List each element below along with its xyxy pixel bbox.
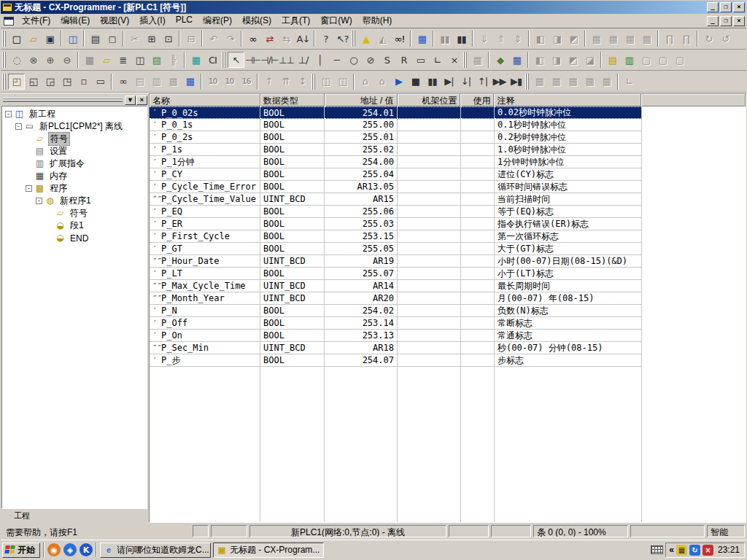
- column-header-4[interactable]: 使用: [460, 94, 494, 106]
- cell-type[interactable]: BOOL: [260, 317, 325, 330]
- table-row[interactable]: ′P_Cycle_Time_ErrorBOOLAR13.05循环时间错误标志: [150, 181, 746, 193]
- new-reset-coil-button[interactable]: R: [395, 52, 412, 68]
- cell-address[interactable]: 255.00: [325, 119, 398, 131]
- new-or-contact-button[interactable]: ⊥⊥: [278, 52, 295, 68]
- column-header-5[interactable]: 注释: [494, 94, 641, 106]
- cell-address[interactable]: AR20: [325, 292, 398, 305]
- cross-reference-report-button[interactable]: ∞: [115, 74, 131, 90]
- cell-address[interactable]: 253.14: [325, 317, 398, 330]
- cell-rack[interactable]: [398, 230, 461, 243]
- delete-connector-button[interactable]: ×: [446, 52, 462, 68]
- cell-rack[interactable]: [398, 280, 461, 292]
- cell-type[interactable]: BOOL: [260, 206, 325, 218]
- cell-comment[interactable]: 常通标志: [495, 330, 642, 342]
- step-into-button[interactable]: ↓|: [457, 74, 474, 90]
- cell-rack[interactable]: [398, 119, 461, 131]
- cell-usage[interactable]: [461, 193, 495, 206]
- cell-type[interactable]: BOOL: [260, 106, 325, 119]
- toggle-project-window-button[interactable]: ◰: [8, 74, 25, 90]
- toggle-output-window-button[interactable]: ◱: [25, 74, 42, 90]
- scan-run-button[interactable]: ▶▮: [508, 74, 525, 90]
- table-row[interactable]: ′P_0_1sBOOL255.000.1秒时钟脉冲位: [150, 119, 746, 131]
- cell-name[interactable]: ′P_0_1s: [150, 119, 260, 131]
- tree-item-end[interactable]: ◒END: [2, 232, 147, 244]
- cell-usage[interactable]: [461, 119, 495, 131]
- cell-name[interactable]: ″″P_Hour_Date: [150, 255, 260, 268]
- cell-rack[interactable]: [398, 305, 461, 317]
- cell-type[interactable]: BOOL: [260, 144, 325, 156]
- table-row[interactable]: ′P_NBOOL254.02负数(N)标志: [150, 305, 746, 317]
- cell-address[interactable]: 255.04: [325, 168, 398, 181]
- cell-comment[interactable]: 最长周期时间: [495, 280, 642, 292]
- cell-comment[interactable]: 大于(GT)标志: [495, 243, 642, 255]
- cell-comment[interactable]: 0.2秒时钟脉冲位: [495, 131, 642, 144]
- cell-name[interactable]: ′P_Cycle_Time_Error: [150, 181, 260, 193]
- cell-comment[interactable]: 指令执行错误(ER)标志: [495, 218, 642, 230]
- edit-calendar-button[interactable]: ▦: [508, 52, 525, 68]
- cell-name[interactable]: ′P_1s: [150, 144, 260, 156]
- cell-rack[interactable]: [398, 168, 461, 181]
- cell-type[interactable]: UINT_BCD: [260, 292, 325, 305]
- tree-item-settings[interactable]: ▤设置: [2, 145, 147, 158]
- cell-rack[interactable]: [398, 156, 461, 168]
- step-run-button[interactable]: ▶|: [441, 74, 457, 90]
- toolbar-grip[interactable]: [2, 31, 6, 47]
- cell-type[interactable]: BOOL: [260, 230, 325, 243]
- cell-usage[interactable]: [461, 131, 495, 144]
- cell-rack[interactable]: [398, 317, 461, 330]
- table-row[interactable]: ″″P_Sec_MinUINT_BCDAR18秒(00-07) 分钟(08-15…: [150, 342, 746, 354]
- cell-usage[interactable]: [461, 230, 495, 243]
- smart-input-button[interactable]: ▦: [187, 52, 204, 68]
- program-view-button[interactable]: ▤: [604, 52, 621, 68]
- cell-usage[interactable]: [461, 255, 495, 268]
- cell-comment[interactable]: 步标志: [495, 354, 642, 367]
- toolbar-grip[interactable]: [2, 52, 6, 68]
- toolbar-grip[interactable]: [352, 31, 355, 47]
- cell-comment[interactable]: 0.02秒时钟脉冲位: [495, 106, 642, 119]
- table-row[interactable]: ′P_EQBOOL255.06等于(EQ)标志: [150, 206, 746, 218]
- cell-name[interactable]: ′P_ER: [150, 218, 260, 230]
- tree-item-program[interactable]: -▩程序: [2, 182, 147, 195]
- menu-item-9[interactable]: 帮助(H): [357, 13, 398, 28]
- cell-usage[interactable]: [461, 317, 495, 330]
- cell-usage[interactable]: [461, 330, 495, 342]
- new-instruction-button[interactable]: ▭: [412, 52, 429, 68]
- cell-comment[interactable]: 常断标志: [495, 317, 642, 330]
- toggle-watch-window-button[interactable]: ◲: [42, 74, 58, 90]
- local-symbol-table-button[interactable]: ≣: [115, 52, 131, 68]
- table-row[interactable]: ′P_OffBOOL253.14常断标志: [150, 317, 746, 330]
- task-cx-programmer-button[interactable]: ▣无标题 - CX-Program...: [213, 542, 324, 558]
- cell-usage[interactable]: [461, 354, 495, 367]
- simulation-pause-button[interactable]: ▮▮: [424, 74, 441, 90]
- cell-address[interactable]: 254.01: [325, 106, 398, 119]
- zoom-in-button[interactable]: ⊕: [42, 52, 58, 68]
- cell-usage[interactable]: [461, 181, 495, 193]
- tree-expander-plc[interactable]: -: [15, 123, 22, 130]
- cell-address[interactable]: 255.06: [325, 206, 398, 218]
- save-button[interactable]: ▣: [42, 31, 58, 47]
- cell-name[interactable]: ′P_0_02s: [150, 106, 260, 119]
- cell-address[interactable]: AR13.05: [325, 181, 398, 193]
- cell-rack[interactable]: [398, 181, 461, 193]
- cell-comment[interactable]: 秒(00-07) 分钟(08-15): [495, 342, 642, 354]
- cell-rack[interactable]: [398, 342, 461, 354]
- zoom-tool-button[interactable]: ◌: [8, 52, 25, 68]
- table-row[interactable]: ′P_GTBOOL255.05大于(GT)标志: [150, 243, 746, 255]
- tree-item-program-symbols[interactable]: ▱符号: [2, 207, 147, 219]
- cell-usage[interactable]: [461, 218, 495, 230]
- io-comment-view-button[interactable]: ▥: [621, 52, 638, 68]
- cell-rack[interactable]: [398, 268, 461, 280]
- rung-wrap-button[interactable]: ▤: [148, 52, 165, 68]
- table-row[interactable]: ″″P_Max_Cycle_TimeUINT_BCDAR14最长周期时间: [150, 280, 746, 292]
- tree-expander-program[interactable]: -: [26, 185, 32, 192]
- cell-usage[interactable]: [461, 342, 495, 354]
- cell-name[interactable]: ′P_CY: [150, 168, 260, 181]
- cell-name[interactable]: ″″P_Max_Cycle_Time: [150, 280, 260, 292]
- cell-address[interactable]: 253.13: [325, 330, 398, 342]
- k-app-icon[interactable]: K: [80, 543, 93, 556]
- tree-expander-project[interactable]: -: [5, 111, 12, 117]
- cell-type[interactable]: BOOL: [260, 181, 325, 193]
- edit-stamp-button[interactable]: ◆: [492, 52, 508, 68]
- cell-address[interactable]: 255.02: [325, 144, 398, 156]
- cell-comment[interactable]: 等于(EQ)标志: [495, 206, 642, 218]
